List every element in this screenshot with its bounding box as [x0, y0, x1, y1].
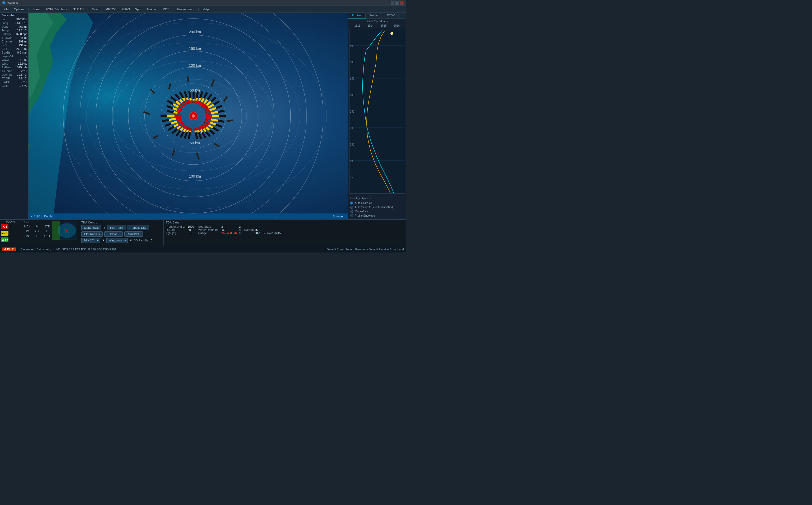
- menu-esas[interactable]: ESAS: [120, 7, 132, 11]
- at-dp-row: AT-DP 4.6 °C: [2, 76, 27, 80]
- svg-rect-80: [210, 121, 216, 125]
- opt-auto-xy[interactable]: Auto Scale XY: [350, 201, 404, 205]
- svg-rect-49: [195, 91, 199, 103]
- results-value: 0: [151, 239, 152, 242]
- svg-rect-105: [187, 127, 190, 130]
- opt-manual-xy[interactable]: Manual XY: [350, 209, 404, 213]
- display-options: Display Options Auto Scale XY Auto Scale…: [348, 195, 406, 219]
- svg-rect-24: [177, 112, 180, 114]
- plot-track-button[interactable]: Plot Track: [107, 225, 126, 230]
- tda-control: TDA Control Mark Track ▼ Plot Track Rebu…: [79, 220, 164, 245]
- waypoints-select[interactable]: Waypoints: [106, 238, 128, 243]
- svg-rect-31: [170, 96, 184, 108]
- svg-point-20: [189, 112, 197, 120]
- svg-rect-77: [211, 119, 218, 122]
- profile-tabs: Profiles Seabed DTSV: [348, 13, 406, 19]
- menu-fom[interactable]: FOM Calculator: [44, 7, 70, 11]
- menu-sonar[interactable]: Sonar: [30, 7, 43, 11]
- mark-track-button[interactable]: Mark Track: [81, 225, 101, 230]
- svg-rect-109: [175, 125, 186, 136]
- svg-rect-39: [184, 100, 188, 105]
- titlebar-title: WADER: [7, 1, 18, 4]
- svg-rect-122: [169, 118, 176, 121]
- surface-label: Surface >: [333, 215, 345, 218]
- menu-month[interactable]: Month: [90, 7, 103, 11]
- svg-rect-108: [184, 126, 188, 130]
- chart-title: Chart: [23, 221, 52, 224]
- menu-rct[interactable]: RCT: [161, 7, 171, 11]
- close-button[interactable]: ×: [400, 1, 404, 5]
- multiplot-button[interactable]: MultiPlot: [124, 231, 143, 237]
- svg-rect-93: [198, 127, 202, 130]
- svg-rect-128: [187, 76, 189, 82]
- minimize-button[interactable]: _: [391, 1, 394, 5]
- chart-cell-in: IN: [23, 234, 32, 238]
- tda-control-title: TDA Control: [81, 221, 161, 224]
- svg-text:100 km: 100 km: [189, 63, 201, 67]
- svg-rect-84: [204, 122, 209, 126]
- svg-rect-28: [167, 100, 182, 110]
- pod-row-25: 25-50: [1, 237, 20, 243]
- channel-row: Channel 199 m: [2, 39, 27, 43]
- svg-rect-61: [202, 97, 217, 109]
- tda-row-3: 24 x 15° ▼ Waypoints ▼ 3D Results: 0: [81, 238, 161, 243]
- menu-options[interactable]: Options: [12, 7, 27, 11]
- svg-rect-123: [175, 117, 181, 120]
- svg-point-13: [80, 13, 307, 219]
- svg-rect-95: [197, 130, 200, 133]
- menu-help[interactable]: Help: [200, 7, 211, 11]
- tab-profiles[interactable]: Profiles: [348, 13, 366, 18]
- menu-3ddad[interactable]: 3D DAD: [71, 7, 86, 11]
- svg-rect-96: [196, 128, 199, 131]
- menu-environment[interactable]: Environment: [175, 7, 196, 11]
- svg-text:450: 450: [350, 175, 354, 179]
- menu-training[interactable]: Training: [144, 7, 159, 11]
- svg-text:150 km: 150 km: [189, 46, 201, 51]
- chart-cell-ok: OK: [33, 229, 42, 233]
- opt-auto-x[interactable]: Auto Scale X (Y default=500m): [350, 205, 404, 209]
- rebuild-env-button[interactable]: Rebuild Env: [128, 225, 149, 230]
- pod-title: POD %: [1, 220, 20, 223]
- svg-text:50 km: 50 km: [190, 88, 200, 92]
- wave-row: Wave 1.3 m: [2, 58, 27, 62]
- svg-rect-41: [186, 97, 189, 101]
- radio-manual-xy-dot: [350, 210, 353, 213]
- menu-spot[interactable]: Spot: [133, 7, 144, 11]
- svg-rect-22: [167, 110, 180, 114]
- opt-profile-envelope[interactable]: Profile Envelope: [350, 213, 404, 218]
- svg-rect-120: [177, 119, 182, 123]
- svg-rect-92: [200, 129, 203, 133]
- svg-rect-30: [178, 106, 182, 110]
- svg-rect-119: [171, 121, 177, 125]
- tda-row-tgd: TgD [m] 210 Range 249.468 km at 302° S-L…: [166, 231, 281, 234]
- svg-rect-125: [167, 115, 174, 117]
- pod-color-red: >75: [1, 224, 8, 229]
- svg-point-10: [161, 83, 226, 148]
- menu-metoc[interactable]: METOC: [104, 7, 119, 11]
- main-layout: December Lat 36°38'N Long 013°38'E Depth…: [0, 13, 406, 219]
- tab-dtsv[interactable]: DTSV: [383, 13, 399, 18]
- plot-radials-button[interactable]: Plot Radials: [81, 231, 103, 237]
- svg-rect-103: [184, 127, 189, 139]
- svg-rect-70: [206, 110, 225, 115]
- svg-rect-32: [175, 100, 180, 105]
- svg-rect-118: [164, 119, 182, 127]
- svg-rect-91: [198, 127, 207, 139]
- map-area[interactable]: 200 km 150 km 100 km 50 km 50 km 100 km: [28, 13, 348, 219]
- map-status: < 4198 m Depth Surface >: [28, 213, 348, 219]
- size-select[interactable]: 24 x 15°: [81, 238, 100, 243]
- maximize-button[interactable]: □: [395, 1, 399, 5]
- map-svg: 200 km 150 km 100 km 50 km 50 km 100 km: [28, 13, 348, 219]
- svg-rect-127: [168, 82, 171, 90]
- thumb-map[interactable]: [52, 221, 77, 240]
- svg-rect-52: [197, 91, 204, 104]
- menu-file[interactable]: File: [2, 7, 11, 11]
- svg-rect-87: [202, 124, 207, 128]
- svg-text:300: 300: [350, 126, 354, 130]
- tab-seabed[interactable]: Seabed: [366, 13, 383, 18]
- svg-text:100 km: 100 km: [189, 174, 201, 178]
- clear-button[interactable]: Clear: [104, 231, 123, 237]
- lat-row: Lat 36°38'N: [2, 17, 27, 21]
- svg-point-2: [60, 23, 326, 209]
- svg-rect-86: [206, 126, 210, 131]
